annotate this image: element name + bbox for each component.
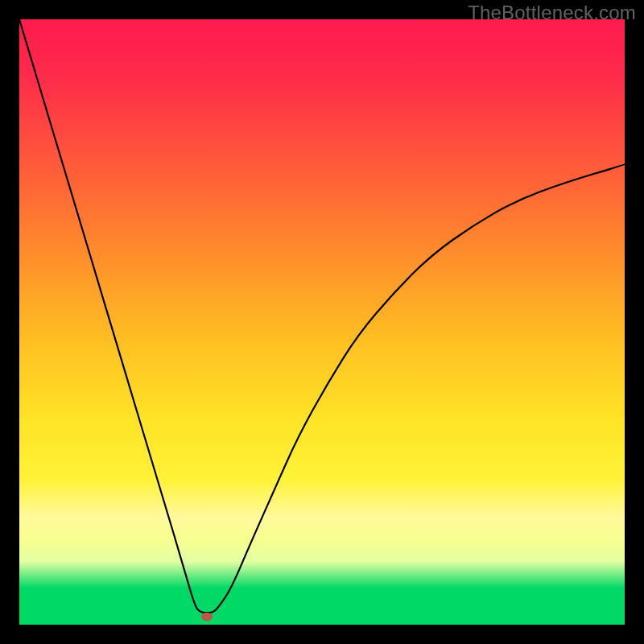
chart-root: TheBottleneck.com — [0, 0, 644, 644]
plot-gradient — [19, 19, 625, 625]
watermark-text: TheBottleneck.com — [468, 2, 636, 24]
plot-area — [19, 19, 625, 625]
